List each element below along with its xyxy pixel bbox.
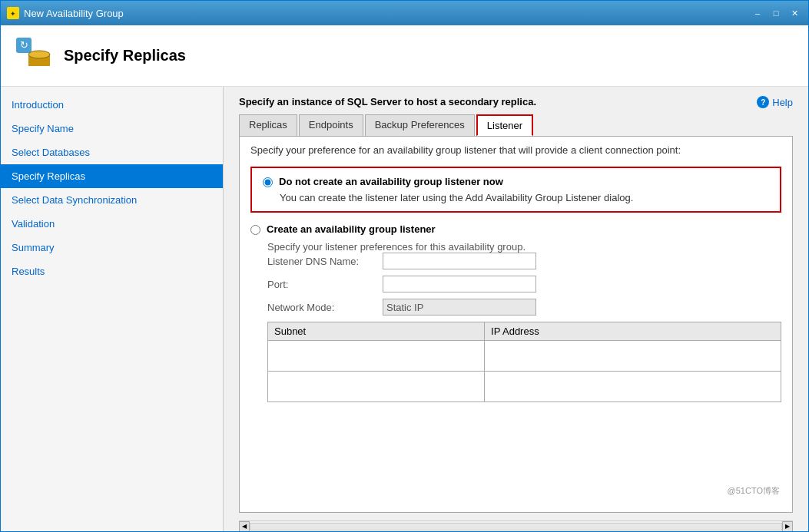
minimize-button[interactable]: – <box>750 6 765 20</box>
sidebar-item-validation[interactable]: Validation <box>1 212 223 236</box>
tabs-bar: Replicas Endpoints Backup Preferences Li… <box>224 114 808 136</box>
svg-text:✦: ✦ <box>10 10 16 18</box>
no-listener-desc: You can create the listener later using … <box>280 192 769 203</box>
port-label: Port: <box>267 279 383 290</box>
subnet-row-empty-2 <box>268 372 781 402</box>
no-listener-option-row: Do not create an availability group list… <box>263 176 769 187</box>
close-button[interactable]: ✕ <box>787 6 802 20</box>
subnet-cell-1 <box>268 341 485 372</box>
scroll-left-button[interactable]: ◀ <box>239 521 250 532</box>
title-bar-controls: – □ ✕ <box>750 6 802 20</box>
tab-endpoints[interactable]: Endpoints <box>299 114 363 136</box>
create-listener-radio[interactable] <box>250 225 260 235</box>
main-description: Specify an instance of SQL Server to hos… <box>239 96 536 107</box>
network-mode-input <box>383 299 536 316</box>
tab-replicas[interactable]: Replicas <box>239 114 297 136</box>
dns-name-label: Listener DNS Name: <box>267 256 383 267</box>
sidebar-item-introduction[interactable]: Introduction <box>1 93 223 117</box>
port-input[interactable] <box>383 276 536 292</box>
header-area: ↻ Specify Replicas <box>1 25 808 87</box>
subnet-table: Subnet IP Address <box>267 322 781 402</box>
dns-name-row: Listener DNS Name: <box>267 253 781 269</box>
sidebar-item-results[interactable]: Results <box>1 259 223 283</box>
listener-description: Specify your preference for an availabil… <box>250 144 781 156</box>
app-icon: ✦ <box>7 7 19 19</box>
no-listener-label: Do not create an availability group list… <box>279 176 503 187</box>
main-header: Specify an instance of SQL Server to hos… <box>224 87 808 114</box>
dns-name-input[interactable] <box>383 253 536 269</box>
tab-backup-preferences[interactable]: Backup Preferences <box>365 114 475 136</box>
title-bar: ✦ New Availability Group – □ ✕ <box>1 1 808 25</box>
page-title: Specify Replicas <box>64 47 186 64</box>
help-icon: ? <box>757 96 769 108</box>
sidebar-item-specify-replicas[interactable]: Specify Replicas <box>1 164 223 188</box>
ip-cell-1 <box>485 341 781 372</box>
scroll-right-button[interactable]: ▶ <box>782 521 793 532</box>
svg-text:↻: ↻ <box>20 39 28 51</box>
no-listener-radio[interactable] <box>263 177 273 187</box>
sidebar-item-summary[interactable]: Summary <box>1 236 223 259</box>
create-listener-desc: Specify your listener preferences for th… <box>267 241 781 253</box>
help-link[interactable]: ? Help <box>757 96 793 108</box>
network-mode-label: Network Mode: <box>267 302 383 313</box>
port-row: Port: <box>267 276 781 292</box>
ip-cell-2 <box>485 372 781 402</box>
maximize-button[interactable]: □ <box>768 6 784 20</box>
content-area: Introduction Specify Name Select Databas… <box>1 87 808 531</box>
sidebar-item-specify-name[interactable]: Specify Name <box>1 117 223 140</box>
subnet-col-header: Subnet <box>268 322 485 341</box>
create-listener-label: Create an availability group listener <box>267 223 436 235</box>
subnet-row-empty-1 <box>268 341 781 372</box>
no-listener-option-box: Do not create an availability group list… <box>250 167 781 213</box>
bottom-scrollbar: ◀ ▶ <box>239 520 793 531</box>
tab-content: Specify your preference for an availabil… <box>239 136 793 513</box>
main-content: Specify an instance of SQL Server to hos… <box>224 87 808 531</box>
tab-listener[interactable]: Listener <box>476 114 533 136</box>
create-listener-section: Create an availability group listener Sp… <box>250 223 781 402</box>
tab-content-inner: Specify your preference for an availabil… <box>250 144 781 402</box>
create-listener-row: Create an availability group listener <box>250 223 781 235</box>
title-bar-title: New Availability Group <box>24 8 124 19</box>
header-icon: ↻ <box>16 38 53 74</box>
sidebar-item-select-data-sync[interactable]: Select Data Synchronization <box>1 188 223 212</box>
sidebar-item-select-databases[interactable]: Select Databases <box>1 140 223 164</box>
window-body: ↻ Specify Replicas Introduction Specify … <box>1 25 808 531</box>
network-mode-row: Network Mode: <box>267 299 781 316</box>
sidebar: Introduction Specify Name Select Databas… <box>1 87 224 531</box>
title-bar-left: ✦ New Availability Group <box>7 7 124 19</box>
ip-col-header: IP Address <box>485 322 781 341</box>
scroll-track-horizontal <box>250 523 782 530</box>
main-window: ✦ New Availability Group – □ ✕ ↻ <box>0 0 809 532</box>
subnet-cell-2 <box>268 372 485 402</box>
watermark: @51CTO博客 <box>728 485 780 497</box>
